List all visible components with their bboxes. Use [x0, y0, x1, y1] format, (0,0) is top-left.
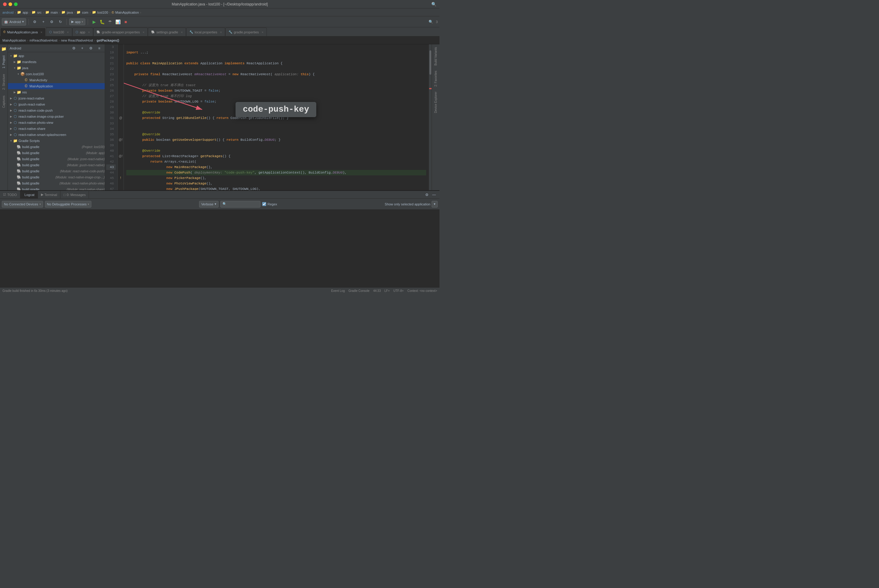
scrollbar-right[interactable]	[428, 44, 431, 190]
code-area[interactable]: code-push-key	[124, 44, 428, 190]
logcat-search-field[interactable]: 🔍	[220, 201, 260, 207]
tree-item-mainapplication[interactable]: ▶ © MainApplication	[8, 83, 105, 89]
tree-item-share[interactable]: ▶ ⬡ react-native-share	[8, 126, 105, 132]
project-tab-icon[interactable]: 📁	[1, 45, 7, 52]
tree-item-com-lost100[interactable]: ▾ 📦 com.lost100	[8, 71, 105, 77]
tree-item-mainactivity[interactable]: ▶ © MainActivity	[8, 77, 105, 83]
bottom-tab-messages[interactable]: □ 0: Messages	[60, 191, 89, 199]
search-everywhere-button[interactable]: 🔍	[427, 18, 435, 26]
tab-captures[interactable]: Captures	[1, 93, 6, 111]
stop-button[interactable]: ■	[122, 18, 129, 26]
tab-app-close[interactable]: ×	[88, 30, 90, 34]
tree-item-manifests[interactable]: ▶ 📁 manifests	[8, 59, 105, 65]
tree-item-res[interactable]: ▶ 📁 res	[8, 89, 105, 95]
gradle-console[interactable]: Gradle Console	[349, 289, 370, 292]
tab-device-explorer[interactable]: Device Explorer	[433, 89, 438, 116]
tab-local-properties[interactable]: 🔧 local.properties ×	[186, 28, 225, 36]
tree-item-jcore[interactable]: ▶ ⬡ jcore-react-native	[8, 95, 105, 101]
process-dropdown[interactable]: No Debuggable Processes ▾	[45, 201, 92, 207]
tab-structure[interactable]: 2: Structure	[1, 71, 6, 92]
tab-settings-gradle[interactable]: 🐘 settings.gradle ×	[148, 28, 186, 36]
breadcrumb-main[interactable]: main	[51, 10, 58, 14]
tree-item-build-gradle-share[interactable]: ▶ 🐘 build.gradle (Module: react-native-s…	[8, 186, 105, 190]
more-button[interactable]: ⚙	[48, 18, 56, 26]
regex-checkbox[interactable]	[262, 202, 266, 206]
app-dropdown[interactable]: ▶ app ▾	[69, 18, 85, 25]
toolbar: 🤖 Android ▾ ⚙ + ⚙ ↻ ▶ app ▾ ▶ 🐛 ☂ 📊 ■ �	[0, 16, 440, 27]
minimize-button[interactable]	[9, 2, 12, 6]
android-selector[interactable]: 🤖 Android ▾	[2, 18, 26, 26]
tree-item-app[interactable]: ▾ 📁 app	[8, 53, 105, 59]
tab-gradle-wrapper[interactable]: 🐘 gradle-wrapper.properties ×	[93, 28, 148, 36]
tree-item-image-crop[interactable]: ▶ ⬡ react-native-image-crop-picker	[8, 114, 105, 120]
sidebar-collapse-btn[interactable]: ≡	[96, 45, 103, 52]
module-icon-share: ⬡	[13, 126, 18, 131]
tab-local-properties-close[interactable]: ×	[220, 30, 222, 34]
item-label-build-imagecrop: build.gradle	[22, 176, 54, 179]
tab-project[interactable]: 1: Project	[1, 53, 6, 71]
coverage-button[interactable]: ☂	[106, 18, 114, 26]
breadcrumb-com[interactable]: com	[82, 10, 88, 14]
code-line-33	[126, 126, 426, 132]
tab-settings-gradle-close[interactable]: ×	[181, 30, 183, 34]
breadcrumb-app[interactable]: app	[23, 10, 28, 14]
breadcrumb-mainapplication[interactable]: MainApplication	[115, 10, 139, 14]
bottom-tab-terminal[interactable]: ▶ Terminal	[38, 191, 61, 199]
tree-item-photoview[interactable]: ▶ ⬡ react-native-photo-view	[8, 120, 105, 126]
close-button[interactable]	[3, 2, 7, 6]
run-button[interactable]: ▶	[90, 18, 98, 26]
tree-item-build-gradle-imagecrop[interactable]: ▶ 🐘 build.gradle (Module: react-native-i…	[8, 174, 105, 180]
logcat-settings-btn[interactable]: ⚙	[423, 191, 430, 198]
scroll-thumb[interactable]	[430, 50, 431, 75]
profile-button[interactable]: 📊	[114, 18, 122, 26]
sidebar-cog-btn[interactable]: ⚙	[87, 45, 95, 52]
sidebar-settings-btn[interactable]: ⚙	[70, 45, 77, 52]
search-icon[interactable]: 🔍	[431, 2, 436, 7]
add-button[interactable]: +	[40, 18, 47, 26]
tab-lost100-close[interactable]: ×	[67, 30, 69, 34]
tree-item-build-gradle-codepush[interactable]: ▶ 🐘 build.gradle (Module: react-native-c…	[8, 168, 105, 174]
tree-item-build-gradle-jpush[interactable]: ▶ 🐘 build.gradle (Module: jpush-react-na…	[8, 162, 105, 168]
tree-item-build-gradle-photoview[interactable]: ▶ 🐘 build.gradle (Module: react-native-p…	[8, 180, 105, 186]
device-dropdown[interactable]: No Connected Devices ▾	[2, 201, 43, 207]
sidebar-add-btn[interactable]: +	[79, 45, 86, 52]
debug-button[interactable]: 🐛	[98, 18, 106, 26]
maximize-button[interactable]	[14, 2, 18, 6]
editor-bc-mainapplication[interactable]: MainApplication	[2, 39, 26, 42]
bottom-tab-todo[interactable]: ☑ TODO	[0, 191, 20, 199]
tree-item-build-gradle-project[interactable]: ▶ 🐘 build.gradle (Project: lost100)	[8, 144, 105, 150]
tab-build-variants[interactable]: Build Variants	[433, 44, 438, 68]
tab-mainapplication-close[interactable]: ×	[41, 30, 42, 34]
tree-item-java[interactable]: ▾ 📁 java	[8, 65, 105, 71]
tab-favorites[interactable]: 2: Favorites	[433, 68, 438, 89]
tree-item-build-gradle-jcore[interactable]: ▶ 🐘 build.gradle (Module: jcore-react-na…	[8, 156, 105, 162]
breadcrumb-android[interactable]: android	[2, 10, 14, 14]
item-label-build-jpush: build.gradle	[22, 163, 66, 167]
breadcrumb-java[interactable]: java	[67, 10, 73, 14]
editor-bc-mreactnativehost[interactable]: mReactNativeHost	[29, 39, 57, 42]
breadcrumb-lost100[interactable]: lost100	[98, 10, 108, 14]
show-only-dropdown[interactable]: ▾	[431, 201, 438, 207]
bottom-tab-logcat[interactable]: Logcat	[20, 191, 38, 199]
event-log[interactable]: Event Log	[331, 289, 345, 292]
tab-gradle-properties[interactable]: 🔧 gradle.properties ×	[225, 28, 267, 36]
editor-bc-getpackages[interactable]: getPackages()	[96, 39, 119, 42]
tab-lost100[interactable]: ⬡ lost100 ×	[46, 28, 72, 36]
logcat-collapse-btn[interactable]: —	[430, 191, 438, 198]
sync-button[interactable]: ↻	[57, 18, 64, 26]
tree-item-splashscreen[interactable]: ▶ ⬡ react-native-smart-splashscreen	[8, 132, 105, 138]
tree-item-gradle-scripts[interactable]: ▾ 📁 Gradle Scripts	[8, 138, 105, 144]
tab-mainapplication[interactable]: © MainApplication.java ×	[0, 28, 46, 36]
tree-item-codepush[interactable]: ▶ ⬡ react-native-code-push	[8, 107, 105, 114]
verbose-dropdown[interactable]: Verbose ▾	[199, 201, 219, 207]
logcat-search-input[interactable]	[228, 202, 258, 206]
tab-gradle-properties-close[interactable]: ×	[261, 30, 263, 34]
tree-item-jpush[interactable]: ▶ ⬡ jpush-react-native	[8, 101, 105, 107]
tree-item-build-gradle-app[interactable]: ▶ 🐘 build.gradle (Module: app)	[8, 150, 105, 156]
breadcrumb-src[interactable]: src	[37, 10, 42, 14]
tab-app[interactable]: ⬡ app ×	[72, 28, 93, 36]
editor-bc-new-reactnativehost[interactable]: new ReactNativeHost	[61, 39, 93, 42]
tab-gradle-wrapper-close[interactable]: ×	[143, 30, 144, 34]
settings-button[interactable]: ⚙	[31, 18, 39, 26]
todo-icon: ☑	[3, 193, 6, 196]
